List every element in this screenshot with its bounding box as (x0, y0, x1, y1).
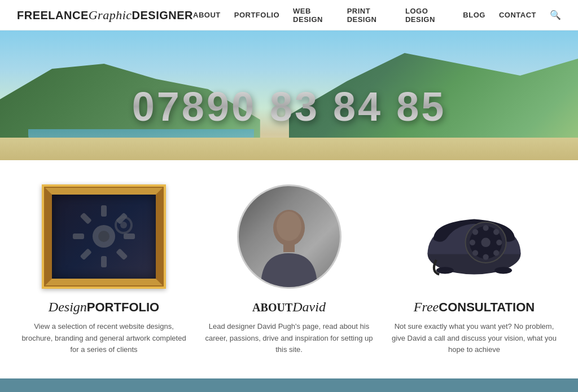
logo-designer: DESIGNER (132, 9, 193, 21)
telephone-icon (412, 190, 536, 283)
svg-point-1 (98, 231, 110, 242)
nav-print-design[interactable]: PRINT DESIGN (347, 7, 392, 24)
svg-point-20 (493, 229, 499, 235)
portfolio-image[interactable] (39, 183, 169, 290)
consultation-column: FreeCONSULTATION Not sure exactly what y… (389, 183, 559, 356)
svg-point-14 (277, 212, 301, 241)
search-icon[interactable]: 🔍 (550, 10, 561, 20)
about-description: Lead designer David Pugh's page, read ab… (204, 321, 374, 356)
portrait (237, 184, 341, 289)
portfolio-column: DesignPORTFOLIO View a selection of rece… (19, 183, 189, 356)
logo-graphic: Graphic (89, 8, 132, 22)
svg-point-22 (493, 250, 499, 256)
portfolio-title: DesignPORTFOLIO (49, 299, 159, 315)
main-nav: ABOUT PORTFOLIO WEB DESIGN PRINT DESIGN … (193, 7, 561, 24)
logo-freelance: FREELANCE (17, 9, 89, 21)
nav-contact[interactable]: CONTACT (499, 11, 536, 19)
about-title: ABOUTDavid (252, 299, 326, 315)
svg-rect-9 (80, 213, 92, 224)
hero-phone-number: 07890 83 84 85 (132, 83, 446, 130)
site-logo: FREELANCEGraphicDESIGNER (17, 8, 193, 23)
svg-point-21 (496, 239, 502, 245)
consultation-title: FreeCONSULTATION (414, 299, 535, 315)
portfolio-description: View a selection of recent website desig… (19, 321, 189, 356)
features-section: DesignPORTFOLIO View a selection of rece… (0, 160, 578, 378)
svg-rect-4 (124, 234, 135, 239)
svg-rect-5 (116, 248, 128, 260)
svg-rect-7 (80, 248, 92, 260)
person-silhouette (255, 202, 323, 287)
consultation-image[interactable] (409, 183, 539, 290)
nav-blog[interactable]: BLOG (463, 11, 485, 19)
gear-icon (70, 202, 138, 270)
svg-point-25 (470, 239, 475, 245)
svg-rect-8 (73, 234, 84, 239)
svg-point-28 (494, 267, 512, 274)
gold-frame (42, 184, 166, 289)
site-header: FREELANCEGraphicDESIGNER ABOUT PORTFOLIO… (0, 0, 578, 30)
svg-rect-2 (101, 205, 107, 217)
nav-logo-design[interactable]: LOGO DESIGN (405, 7, 449, 24)
svg-point-11 (120, 222, 127, 228)
consultation-description: Not sure exactly what you want yet? No p… (389, 321, 559, 356)
about-image[interactable] (224, 183, 354, 290)
nav-web-design[interactable]: WEB DESIGN (293, 7, 334, 24)
nav-portfolio[interactable]: PORTFOLIO (234, 11, 279, 19)
about-column: ABOUTDavid Lead designer David Pugh's pa… (204, 183, 374, 356)
beach (0, 138, 578, 160)
clients-bar: On facebook Kellogg's TESCO Alan Routled… (0, 378, 578, 392)
hero-section: 07890 83 84 85 (0, 30, 578, 160)
nav-about[interactable]: ABOUT (193, 11, 221, 19)
svg-point-26 (472, 229, 478, 235)
svg-point-23 (483, 254, 488, 259)
svg-rect-13 (283, 244, 295, 252)
telephone-image (412, 190, 536, 283)
svg-point-24 (472, 250, 478, 256)
svg-rect-6 (101, 256, 107, 267)
svg-point-18 (481, 237, 491, 247)
svg-point-19 (483, 224, 488, 230)
svg-point-27 (436, 267, 454, 274)
